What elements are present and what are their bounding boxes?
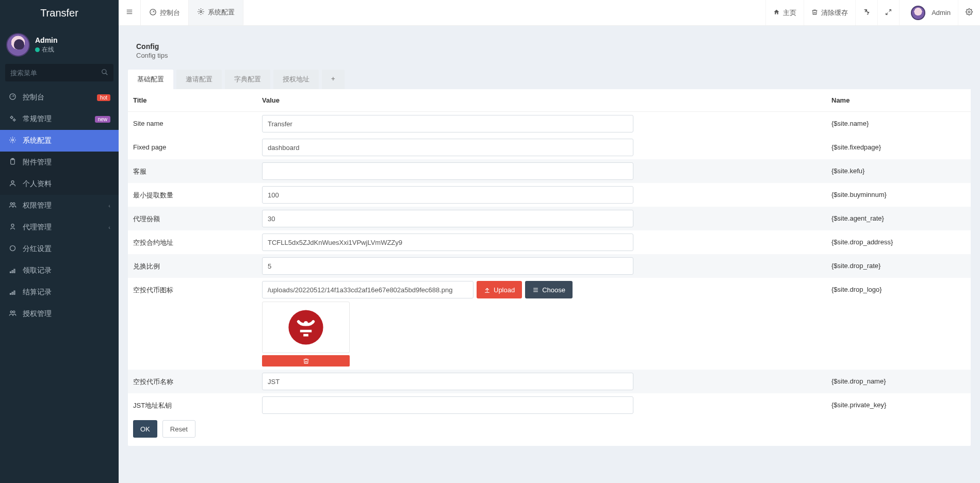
menu-toggle-button[interactable] [119, 0, 141, 25]
row-name: {$site.name} [826, 112, 971, 136]
sidebar-item-10[interactable]: 授权管理 [0, 303, 119, 325]
row-value: Upload Choose [257, 278, 826, 370]
svg-rect-18 [14, 291, 15, 294]
row-title: 代理份额 [128, 207, 257, 230]
brand-title: Transfer [0, 0, 119, 26]
chevron-left-icon: ‹ [108, 203, 110, 209]
upload-label: Upload [494, 286, 515, 294]
value-input[interactable] [262, 115, 633, 132]
sidebar-item-label: 系统配置 [23, 136, 110, 145]
clip-icon [8, 158, 17, 167]
value-input[interactable] [262, 186, 633, 204]
home-label: 主页 [783, 8, 796, 18]
value-input[interactable] [262, 396, 633, 414]
user-icon [8, 179, 17, 189]
sidebar-item-5[interactable]: 权限管理 ‹ [0, 195, 119, 216]
search-input[interactable] [10, 69, 101, 77]
config-tab-3[interactable]: 授权地址 [273, 70, 319, 89]
row-title: Site name [128, 112, 257, 136]
svg-rect-13 [10, 272, 11, 273]
row-value [257, 207, 826, 230]
group-icon [8, 309, 17, 319]
sidebar-item-7[interactable]: 分红设置 [0, 238, 119, 260]
svg-point-5 [11, 139, 13, 141]
config-table: Title Value Name Site name{$site.name}Fi… [128, 89, 971, 417]
user-panel: Admin 在线 [0, 26, 119, 64]
svg-rect-15 [14, 269, 15, 273]
sidebar-item-3[interactable]: 附件管理 [0, 152, 119, 173]
upload-thumb [262, 302, 350, 353]
trash-icon [811, 9, 818, 17]
record-icon [8, 288, 17, 297]
config-tab-0[interactable]: 基础配置 [128, 70, 173, 89]
sidebar-item-label: 权限管理 [23, 201, 102, 210]
row-value [257, 183, 826, 207]
config-tab-2[interactable]: 字典配置 [225, 70, 270, 89]
svg-rect-35 [303, 334, 308, 337]
reset-button[interactable]: Reset [162, 420, 195, 438]
choose-label: Choose [542, 286, 565, 294]
sidebar-item-6[interactable]: 代理管理 ‹ [0, 216, 119, 238]
gear-icon [8, 136, 17, 145]
clear-cache-button[interactable]: 清除缓存 [804, 0, 855, 25]
row-name: {$site.buyminnum} [826, 183, 971, 207]
sidebar-item-label: 附件管理 [23, 158, 110, 167]
dashboard-icon [8, 93, 17, 102]
sidebar-item-9[interactable]: 结算记录 [0, 281, 119, 303]
config-tab-1[interactable]: 邀请配置 [176, 70, 222, 89]
value-input[interactable] [262, 139, 633, 156]
svg-rect-34 [300, 330, 312, 332]
sidebar-item-4[interactable]: 个人资料 [0, 173, 119, 195]
sidebar-item-0[interactable]: 控制台 hot [0, 87, 119, 108]
sidebar-item-8[interactable]: 领取记录 [0, 260, 119, 281]
chevron-left-icon: ‹ [108, 224, 110, 230]
ok-button[interactable]: OK [133, 420, 157, 438]
topbar-user[interactable]: Admin [899, 0, 958, 25]
row-name: {$site.private_key} [826, 393, 971, 417]
sidebar-item-1[interactable]: 常规管理 new [0, 108, 119, 130]
panel-header: Config Config tips [128, 35, 971, 64]
badge-new: new [95, 116, 110, 123]
delete-thumb-button[interactable] [262, 355, 350, 367]
circle-icon [8, 244, 17, 254]
upload-path-input[interactable] [262, 281, 473, 298]
sidebar-item-2[interactable]: 系统配置 [0, 130, 119, 152]
value-input[interactable] [262, 373, 633, 390]
row-title: 最小提取数量 [128, 183, 257, 207]
value-input[interactable] [262, 162, 633, 180]
col-value-header: Value [257, 89, 826, 112]
fullscreen-button[interactable] [877, 0, 899, 25]
sidebar-item-label: 个人资料 [23, 179, 110, 189]
choose-button[interactable]: Choose [525, 281, 573, 298]
sidebar-search[interactable] [5, 64, 113, 81]
svg-point-11 [11, 224, 14, 227]
record-icon [8, 266, 17, 275]
add-tab-button[interactable]: + [322, 70, 345, 89]
sidebar-item-label: 分红设置 [23, 244, 110, 254]
svg-point-10 [13, 203, 15, 205]
row-name: {$site.agent_rate} [826, 207, 971, 230]
topbar-tab-1[interactable]: 系统配置 [189, 0, 243, 25]
svg-rect-16 [10, 293, 11, 294]
row-title: 空投合约地址 [128, 230, 257, 254]
row-title: Fixed page [128, 136, 257, 159]
svg-point-19 [10, 311, 12, 313]
language-button[interactable] [855, 0, 877, 25]
svg-point-4 [13, 119, 15, 121]
avatar-icon [911, 6, 925, 20]
sidebar-item-label: 授权管理 [23, 309, 110, 319]
topbar-tab-0[interactable]: 控制台 [141, 0, 189, 25]
upload-button[interactable]: Upload [477, 281, 522, 298]
home-button[interactable]: 主页 [765, 0, 804, 25]
settings-button[interactable] [958, 0, 980, 25]
value-input[interactable] [262, 234, 633, 251]
group-icon [8, 201, 17, 210]
value-input[interactable] [262, 210, 633, 227]
config-row: 空投代币图标 Upload Choose {$site. [128, 278, 971, 370]
svg-point-0 [102, 69, 106, 73]
value-input[interactable] [262, 257, 633, 275]
search-icon[interactable] [101, 69, 108, 77]
row-name: {$site.drop_logo} [826, 278, 971, 370]
row-value [257, 254, 826, 278]
row-value [257, 159, 826, 183]
